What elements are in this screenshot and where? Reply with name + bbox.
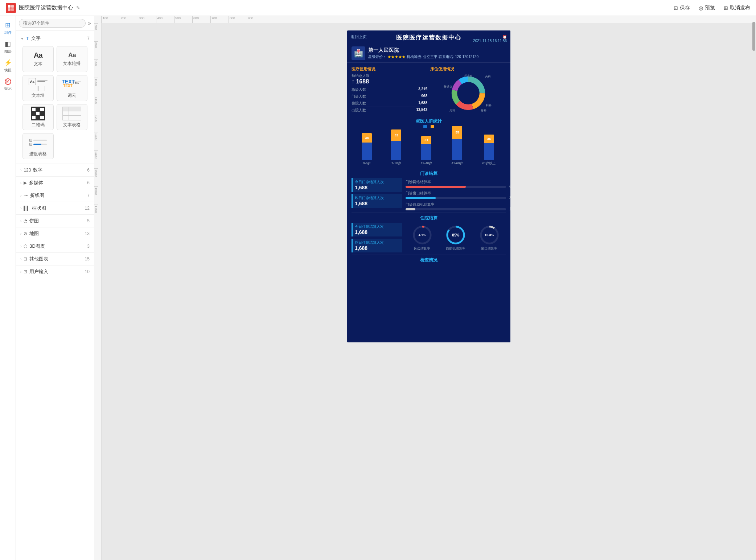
widget-textwall[interactable]: Aa 文本墙 (22, 75, 54, 101)
today-hosp-label: 今日住院结算人次 (355, 224, 400, 229)
edit-icon[interactable]: ✎ (76, 5, 80, 11)
app-title: 医院医疗运营数据中心 (19, 4, 73, 11)
hint-label: 提示 (4, 86, 12, 91)
sidebar-item-layer[interactable]: ◧ 图层 (1, 38, 15, 56)
today-hosp: 今日住院结算人次 1,688 (352, 223, 402, 236)
text-icon: T (26, 36, 29, 41)
widget-grid: Aa 文本 Aa 文本轮播 Aa (20, 44, 90, 161)
text-widget-preview: Aa (34, 51, 42, 59)
category-header-media[interactable]: › ▶ 多媒体 6 (20, 177, 90, 189)
bar-group-5: 36 61岁以上 (482, 135, 496, 166)
snapshot-label: 快照 (4, 68, 12, 73)
yesterday-hosp-label: 昨日住院结算人次 (355, 240, 400, 245)
sidebar-item-component[interactable]: ⊞ 组件 (1, 19, 15, 37)
component-icon: ⊞ (5, 21, 11, 29)
donut-label-bottomleft: 儿科 (449, 108, 455, 112)
save-button[interactable]: ⊡ 保存 (674, 5, 690, 11)
category-piechart: › ◔ 饼图 5 (16, 214, 94, 227)
hospital-details: 第一人民医院 星级评价： ★★★★★ 机构等级: 公立三甲 联系电话: 120-… (368, 47, 478, 59)
bar-top-5: 36 (484, 135, 494, 143)
text-category-header[interactable]: ▼ T 文字 7 (20, 33, 90, 44)
sidebar-item-hint[interactable]: M 提示 (1, 75, 15, 94)
snapshot-icon: ⚡ (4, 59, 12, 67)
texttable-widget-label: 文本表格 (63, 122, 81, 128)
today-outpatient: 今日门诊结算人次 1,688 (352, 178, 402, 192)
stats-list: 急诊人数3,215 门诊人数968 住院人数1,688 出院人数13,543 (352, 86, 427, 114)
layer-icon: ◧ (5, 40, 11, 48)
widget-progresstable[interactable]: 进度表格 (22, 133, 54, 159)
category-header-otherchart[interactable]: › ⊟ 其他图表 15 (20, 253, 90, 265)
category-header-linechart[interactable]: › 〜 折线图 7 (20, 189, 90, 202)
panel-search-row: » (16, 16, 94, 31)
svg-rect-1 (11, 5, 14, 8)
donut-label-right: 妇科 (486, 103, 492, 107)
donut-chart: 呼吸科 内科 妇科 骨科 儿科 普通病 (447, 73, 490, 113)
widget-wordcloud[interactable]: TEXT TEXT TEXT 词云 (57, 75, 88, 101)
category-linechart: › 〜 折线图 7 (16, 189, 94, 202)
back-link[interactable]: 返回上页 (351, 34, 367, 40)
widget-textloop[interactable]: Aa 文本轮播 (57, 46, 88, 72)
svg-rect-0 (8, 5, 11, 8)
category-header-userinput[interactable]: › ⊡ 用户输入 10 (20, 265, 90, 278)
top-bar-left: 医院医疗运营数据中心 ✎ (6, 3, 80, 13)
gauge-label-3: 窗口结算率 (481, 246, 497, 251)
design-canvas: 返回上页 医院医疗运营数据中心 ⏰ 2021-11-15 16:11:56 🏥 (347, 30, 510, 342)
bar-group-4: 55 41-60岁 (451, 126, 463, 166)
ruler-vert-mark: 900 (94, 59, 98, 78)
text-category: ▼ T 文字 7 Aa 文本 Aa (16, 31, 94, 164)
hospital-info-row: 🏥 第一人民医院 星级评价： ★★★★★ 机构等级: 公立三甲 联系电话: 12… (347, 44, 510, 63)
widget-text[interactable]: Aa 文本 (22, 46, 54, 72)
chart-legend (352, 125, 506, 128)
component-label: 组件 (4, 30, 12, 35)
category-header-3dchart[interactable]: › ⬡ 3D图表 3 (20, 240, 90, 252)
hospital-settle-content: 今日住院结算人次 1,688 昨日住院结算人次 1,688 (352, 223, 506, 252)
hospital-name: 第一人民医院 (368, 47, 478, 54)
category-header-number[interactable]: › 123 数字 6 (20, 164, 90, 176)
textloop-widget-preview: Aa (68, 52, 76, 59)
gauge-circle-2: 85% (445, 225, 466, 246)
hospital-stars: ★★★★★ (387, 55, 406, 59)
app-logo (6, 3, 16, 13)
hospital-logo: 🏥 (352, 46, 365, 60)
patient-stats-section: 就医人群统计 (347, 116, 510, 168)
cancel-button[interactable]: ⊞ 取消发布 (724, 5, 750, 11)
wordcloud-widget-label: 词云 (67, 92, 76, 99)
category-userinput: › ⊡ 用户输入 10 (16, 265, 94, 278)
ruler-vert-mark: 1000 (94, 78, 98, 96)
textwall-widget-label: 文本墙 (32, 92, 45, 99)
yesterday-hosp-value: 1,688 (355, 245, 400, 251)
category-header-map[interactable]: › ⊙ 地图 13 (20, 227, 90, 240)
preview-button[interactable]: ◎ 预览 (699, 5, 715, 11)
scroll-indicator[interactable] (752, 23, 755, 51)
collapse-button[interactable]: » (88, 20, 91, 26)
progresstable-widget-label: 进度表格 (29, 151, 47, 157)
medical-usage-title: 医疗使用情况 (352, 66, 427, 72)
search-input[interactable] (19, 19, 86, 28)
save-icon: ⊡ (674, 5, 678, 11)
gauge-label-2: 自助机结算率 (446, 246, 465, 251)
widget-qrcode[interactable]: 二维码 (22, 104, 54, 130)
donut-label-top: 呼吸科 (464, 74, 473, 78)
ruler-vert-mark: 1400 (94, 150, 98, 168)
text-category-count: 7 (87, 36, 90, 41)
bar-label-5: 61岁以上 (482, 161, 496, 166)
stat-row-2: 门诊人数968 (352, 93, 427, 100)
stat-row-4: 出院人数13,543 (352, 107, 427, 114)
canvas-scroll[interactable]: 返回上页 医院医疗运营数据中心 ⏰ 2021-11-15 16:11:56 🏥 (102, 23, 756, 560)
left-icon-strip: ⊞ 组件 ◧ 图层 ⚡ 快照 M 提示 (0, 16, 16, 560)
ruler-mark: 700 (210, 16, 229, 23)
canvas-area: 100 200 300 400 500 600 700 800 900 700 … (94, 16, 756, 560)
category-header-barchart[interactable]: › ▌▌ 柱状图 12 (20, 202, 90, 214)
inspection-title: 检查情况 (352, 257, 506, 263)
ruler-mark: 600 (192, 16, 210, 23)
widget-texttable[interactable]: 文本表格 (57, 104, 88, 130)
progress-row-3: 门诊自助机结算率 10 (406, 202, 506, 210)
legend-item-1 (423, 125, 427, 128)
bed-usage-title: 床位使用情况 (430, 66, 454, 72)
hospital-settle-left: 今日住院结算人次 1,688 昨日住院结算人次 1,688 (352, 223, 402, 252)
sidebar-item-snapshot[interactable]: ⚡ 快照 (1, 57, 15, 75)
panel-container: » ▼ T 文字 7 Aa 文本 (16, 16, 94, 560)
category-header-piechart[interactable]: › ◔ 饼图 5 (20, 215, 90, 227)
outpatient-section: 门诊结算 今日门诊结算人次 1,688 昨日门诊结算人次 1,688 (347, 168, 510, 213)
medical-stats-left: 医疗使用情况 预约总人数 ↑ 1688 急诊人数3,215 门诊人数968 (352, 66, 427, 114)
